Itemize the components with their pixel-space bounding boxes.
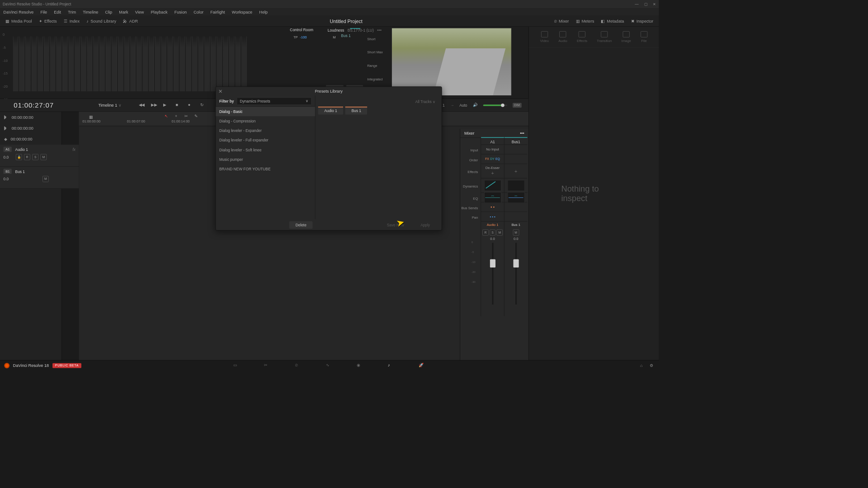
mixer-title: Mixer (464, 131, 474, 136)
menu-item[interactable]: Fusion (175, 9, 187, 14)
inspector-tab-audio[interactable]: Audio (558, 31, 567, 42)
menu-item[interactable]: Help (259, 9, 268, 14)
mixer-menu-icon[interactable]: ••• (520, 131, 524, 136)
presets-title: Presets Library (315, 89, 342, 94)
mixer-strip-bus1[interactable]: Bus1 + Bus 1 M 0.0 (504, 138, 528, 316)
lock-icon[interactable]: 🔒 (16, 154, 22, 160)
automation-mode[interactable]: Auto (459, 103, 467, 107)
fusion-page-icon[interactable]: ∿ (326, 363, 333, 368)
fader[interactable] (492, 243, 493, 305)
mixer-button[interactable]: ⎚Mixer (554, 19, 569, 23)
preset-item[interactable]: Dialog leveler - Expander (216, 126, 315, 136)
menu-item[interactable]: Timeline (83, 9, 98, 14)
menu-item[interactable]: File (40, 9, 47, 14)
index-button[interactable]: ☰Index (64, 19, 80, 23)
play-icon[interactable]: ▶ (163, 103, 169, 108)
edit-page-icon[interactable]: ⎚ (295, 363, 302, 368)
add-tool-icon[interactable]: + (175, 114, 177, 119)
menubar: DaVinci Resolve File Edit Trim Timeline … (0, 8, 659, 16)
track-b1[interactable]: B1Bus 1 0.0 M (0, 167, 79, 189)
pointer-tool-icon[interactable]: ↖ (165, 114, 168, 119)
inspector-tab-effects[interactable]: Effects (577, 31, 587, 42)
video-preview (392, 28, 512, 95)
metadata-button[interactable]: ◧Metadata (601, 19, 624, 23)
fairlight-page-icon[interactable]: ♪ (388, 363, 395, 368)
menu-item[interactable]: Fairlight (210, 9, 225, 14)
inspector-tab-transition[interactable]: Transition (597, 31, 612, 42)
close-icon[interactable]: ✕ (218, 89, 222, 94)
menu-item[interactable]: Playback (151, 9, 168, 14)
settings-icon[interactable]: ⚙ (650, 363, 653, 368)
menu-item[interactable]: Trim (68, 9, 76, 14)
menu-item[interactable]: Edit (54, 9, 61, 14)
mixer-panel: Mixer••• Input Order Effects Dynamics EQ… (460, 129, 528, 360)
menu-item[interactable]: Mark (119, 9, 128, 14)
meters-button[interactable]: ▥Meters (576, 19, 594, 23)
menu-item[interactable]: DaVinci Resolve (4, 9, 34, 14)
media-page-icon[interactable]: ▭ (233, 363, 240, 368)
preset-item[interactable]: Dialog leveler - Full expander (216, 136, 315, 145)
tp-meter: TP-100 (293, 35, 307, 39)
rewind-icon[interactable]: ◀◀ (139, 103, 144, 108)
app-logo-icon (4, 363, 9, 368)
home-icon[interactable]: ⌂ (640, 363, 643, 368)
mixer-strip-a1[interactable]: A1 No Input FX DY EQ De-Esser+ ● ● • • •… (481, 138, 504, 316)
volume-slider[interactable] (483, 104, 507, 106)
inspector-button[interactable]: ✖Inspector (631, 19, 654, 23)
razor-tool-icon[interactable]: ✂ (184, 114, 188, 119)
preset-target-tab[interactable]: Audio 1 (318, 107, 344, 115)
preset-item[interactable]: Music pumper (216, 155, 315, 164)
adr-button[interactable]: 🎤︎ADR (123, 19, 138, 23)
filter-label: Filter by (219, 99, 234, 103)
menu-item[interactable]: Workspace (232, 9, 252, 14)
menu-item[interactable]: Clip (105, 9, 112, 14)
loop-icon[interactable]: ↻ (200, 103, 206, 108)
preset-item[interactable]: BRAND NEW FOR YOUTUBE (216, 164, 315, 174)
filter-dropdown[interactable]: Dynamics Presets∨ (237, 97, 312, 105)
dim-button[interactable]: DIM (513, 103, 522, 108)
inspector-tab-file[interactable]: File (641, 31, 647, 42)
sound-library-button[interactable]: ♪Sound Library (86, 19, 116, 23)
close-icon[interactable]: ✕ (653, 2, 656, 6)
track-a1[interactable]: A1Audio 1fx 0.0 🔒 R S M (0, 145, 79, 167)
tc-row[interactable]: 00:00:00:00 (0, 123, 61, 134)
arm-button[interactable]: R (24, 154, 30, 160)
forward-icon[interactable]: ▶▶ (151, 103, 156, 108)
inspector-tab-image[interactable]: Image (622, 31, 631, 42)
maximize-icon[interactable]: ▢ (644, 2, 648, 6)
main-toolbar: ▦Media Pool ✦Effects ☰Index ♪Sound Libra… (0, 16, 659, 27)
apply-button[interactable]: Apply (414, 221, 436, 229)
tc-row[interactable]: ◆00:00:00:00 (0, 134, 61, 145)
color-page-icon[interactable]: ◉ (357, 363, 363, 368)
delete-button[interactable]: Delete (289, 221, 312, 229)
speaker-icon[interactable]: 🔊 (473, 103, 478, 108)
app-name: DaVinci Resolve 18 (13, 363, 49, 368)
minimize-icon[interactable]: — (635, 2, 638, 6)
all-tracks-dropdown[interactable]: All Tracks ∨ (318, 99, 439, 106)
effects-button[interactable]: ✦Effects (39, 19, 57, 23)
media-pool-button[interactable]: ▦Media Pool (5, 19, 32, 23)
save-new-button[interactable]: Save New (381, 221, 410, 229)
preset-target-tab[interactable]: Bus 1 (345, 107, 368, 115)
preset-item[interactable]: Dialog - Compression (216, 116, 315, 126)
control-room-label: Control Room (290, 28, 313, 32)
inspector-tab-video[interactable]: Video (540, 31, 549, 42)
fader[interactable] (515, 243, 517, 305)
deliver-page-icon[interactable]: 🚀 (419, 363, 425, 368)
timeline-selector[interactable]: Timeline 1 ∨ (99, 103, 122, 108)
tc-row[interactable]: 00:00:00:00 (0, 112, 61, 122)
timecode-display[interactable]: 01:00:27:07 (14, 101, 54, 109)
mute-button[interactable]: M (41, 154, 47, 160)
edit-tools: ↖ + ✂ ✎ (165, 114, 198, 119)
preset-item[interactable]: Dialog leveler - Soft knee (216, 145, 315, 155)
layout-icon[interactable]: ▦ (89, 115, 93, 120)
menu-item[interactable]: Color (193, 9, 203, 14)
preset-item[interactable]: Dialog - Basic (216, 107, 315, 116)
mute-button[interactable]: M (42, 176, 49, 182)
stop-icon[interactable]: ■ (176, 103, 181, 108)
menu-item[interactable]: View (135, 9, 144, 14)
pencil-tool-icon[interactable]: ✎ (194, 114, 198, 119)
solo-button[interactable]: S (32, 154, 38, 160)
record-icon[interactable]: ● (188, 103, 193, 108)
cut-page-icon[interactable]: ✂ (264, 363, 271, 368)
